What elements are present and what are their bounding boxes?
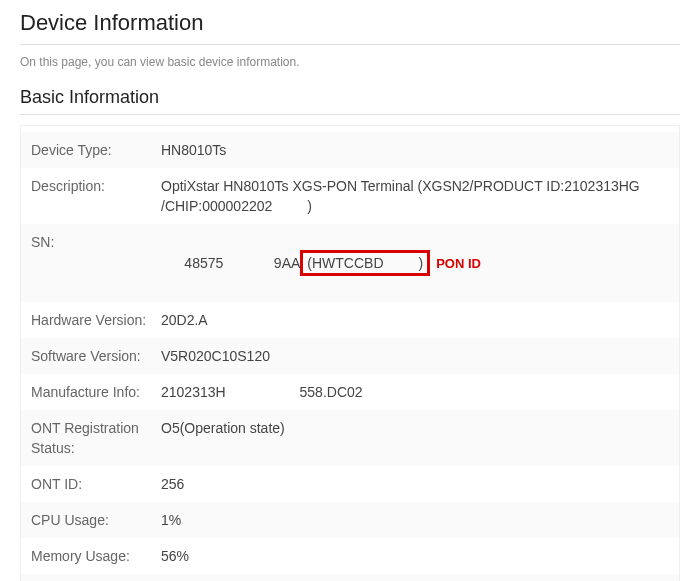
label-description: Description: [31, 176, 161, 196]
value-memory-usage: 56% [161, 546, 189, 566]
divider [20, 44, 680, 45]
row-memory-usage: Memory Usage: 56% [21, 538, 679, 574]
value-manufacture-info: 2102313H 558.DC02 [161, 382, 363, 402]
value-hardware-version: 20D2.A [161, 310, 208, 330]
label-ont-id: ONT ID: [31, 474, 161, 494]
pon-id-annotation: PON ID [436, 256, 481, 271]
label-sn: SN: [31, 232, 161, 252]
row-software-version: Software Version: V5R020C10S120 [21, 338, 679, 374]
info-table: Device Type: HN8010Ts Description: OptiX… [20, 125, 680, 581]
value-device-type: HN8010Ts [161, 140, 226, 160]
row-ont-id: ONT ID: 256 [21, 466, 679, 502]
label-ont-reg-status: ONT Registration Status: [31, 418, 161, 458]
row-hardware-version: Hardware Version: 20D2.A [21, 302, 679, 338]
row-ont-reg-status: ONT Registration Status: O5(Operation st… [21, 410, 679, 466]
sn-prefix: 48575 9AA [184, 255, 300, 271]
row-manufacture-info: Manufacture Info: 2102313H 558.DC02 [21, 374, 679, 410]
label-manufacture-info: Manufacture Info: [31, 382, 161, 402]
label-device-type: Device Type: [31, 140, 161, 160]
section-title: Basic Information [20, 87, 680, 108]
row-cpu-usage: CPU Usage: 1% [21, 502, 679, 538]
label-software-version: Software Version: [31, 346, 161, 366]
label-memory-usage: Memory Usage: [31, 546, 161, 566]
row-device-type: Device Type: HN8010Ts [21, 132, 679, 168]
page-description: On this page, you can view basic device … [20, 55, 680, 69]
row-description: Description: OptiXstar HN8010Ts XGS-PON … [21, 168, 679, 224]
value-description: OptiXstar HN8010Ts XGS-PON Terminal (XGS… [161, 176, 641, 216]
row-sn: SN: 48575 9AA(HWTCCBD )PON ID [21, 224, 679, 302]
page-title: Device Information [20, 10, 680, 36]
value-sn: 48575 9AA(HWTCCBD )PON ID [161, 232, 481, 294]
value-ont-reg-status: O5(Operation state) [161, 418, 285, 438]
value-ont-id: 256 [161, 474, 184, 494]
section-divider [20, 114, 680, 115]
value-cpu-usage: 1% [161, 510, 181, 530]
label-cpu-usage: CPU Usage: [31, 510, 161, 530]
sn-highlight-box: (HWTCCBD ) [300, 250, 430, 276]
value-software-version: V5R020C10S120 [161, 346, 270, 366]
label-hardware-version: Hardware Version: [31, 310, 161, 330]
row-custom-info: Custom Info: COMMON [21, 574, 679, 581]
